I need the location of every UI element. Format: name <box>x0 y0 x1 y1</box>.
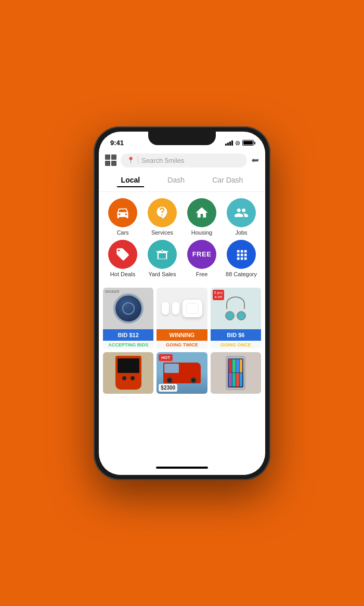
phone-frame: 9:41 ⊜ 📍 Search 5miles ➥ <box>94 126 270 480</box>
grid-menu-icon[interactable] <box>105 154 116 166</box>
free-text: FREE <box>192 250 212 258</box>
tab-car-dash[interactable]: Car Dash <box>208 174 247 187</box>
category-category[interactable]: 88 Category <box>223 240 259 277</box>
category-jobs[interactable]: Jobs <box>223 198 259 236</box>
listing-truck[interactable]: HOT $2300 <box>157 352 207 394</box>
categories-section: Cars Services Housing <box>99 192 265 288</box>
status-jewelry: GOING ONCE <box>211 341 261 349</box>
category-services[interactable]: Services <box>144 198 180 236</box>
category-yard-sales[interactable]: Yard Sales <box>144 240 180 277</box>
share-icon[interactable]: ➥ <box>251 154 259 166</box>
category-all-label: 88 Category <box>226 271 257 277</box>
phone-screen: 9:41 ⊜ 📍 Search 5miles ➥ <box>99 132 265 475</box>
category-services-label: Services <box>151 229 173 236</box>
category-housing-label: Housing <box>191 229 212 236</box>
hot-badge: HOT <box>159 354 173 361</box>
status-watch: ACCEPTING BIDS <box>103 341 153 349</box>
category-hot-deals-label: Hot Deals <box>110 271 135 277</box>
wifi-icon: ⊜ <box>235 139 240 147</box>
listing-watch[interactable]: MIGEER BID $12 ACCEPTING BIDS <box>103 288 153 349</box>
bid-bar-airpods: WINNING <box>157 329 207 341</box>
truck-price: $2300 <box>159 384 177 392</box>
search-placeholder: Search 5miles <box>141 157 184 164</box>
category-row-2: Hot Deals Yard Sales FREE Free <box>103 240 261 277</box>
bid-bar-jewelry: BID $6 <box>211 329 261 341</box>
listing-iphone[interactable] <box>211 352 261 394</box>
battery-icon <box>242 140 254 146</box>
listing-jewelry[interactable]: 6 pcsa set BID $6 GOING ONCE <box>211 288 261 349</box>
location-pin-icon: 📍 <box>127 157 135 164</box>
category-housing[interactable]: Housing <box>184 198 220 236</box>
bid-bar-watch: BID $12 <box>103 329 153 341</box>
phone-notch <box>148 132 216 145</box>
category-free[interactable]: FREE Free <box>184 240 220 277</box>
iphone-product-image <box>211 352 261 394</box>
status-airpods: GOING TWICE <box>157 341 207 349</box>
seller-label: MIGEER <box>105 290 120 293</box>
listing-airpods[interactable]: WINNING GOING TWICE <box>157 288 207 349</box>
signal-icon <box>225 140 233 146</box>
category-row-1: Cars Services Housing <box>103 198 261 236</box>
tab-local[interactable]: Local <box>117 174 145 187</box>
search-bar[interactable]: 📍 Search 5miles <box>121 153 247 167</box>
gameboy-product-image <box>103 352 153 394</box>
airpods-product-image <box>157 288 207 329</box>
home-indicator <box>99 465 265 475</box>
listing-gameboy[interactable] <box>103 352 153 394</box>
category-free-label: Free <box>196 271 208 277</box>
top-bar: 📍 Search 5miles ➥ <box>99 150 265 171</box>
tab-dash[interactable]: Dash <box>163 174 189 187</box>
badge-tag: 6 pcsa set <box>213 290 225 301</box>
status-time: 9:41 <box>110 139 124 147</box>
category-yard-sales-label: Yard Sales <box>149 271 176 277</box>
category-cars[interactable]: Cars <box>105 198 141 236</box>
category-hot-deals[interactable]: Hot Deals <box>105 240 141 277</box>
category-cars-label: Cars <box>116 229 128 236</box>
watch-product-image <box>103 288 153 329</box>
search-divider <box>138 157 138 164</box>
tab-bar: Local Dash Car Dash <box>99 171 265 192</box>
status-icons: ⊜ <box>225 139 254 147</box>
category-jobs-label: Jobs <box>235 229 247 236</box>
listings-row-1: MIGEER BID $12 ACCEPTING BIDS <box>99 288 265 394</box>
